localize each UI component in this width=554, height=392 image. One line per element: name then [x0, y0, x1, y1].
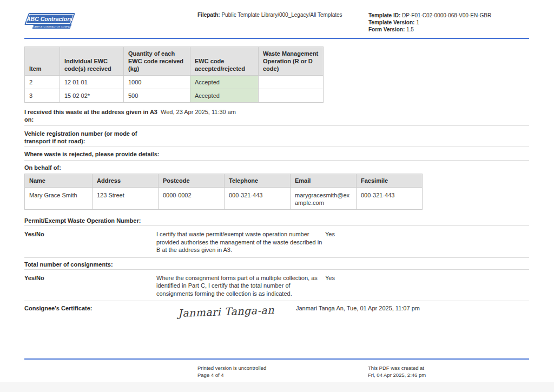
- logo-banner: ABC Contractors: [24, 13, 75, 25]
- template-version-label: Template Version:: [368, 19, 414, 25]
- consignments-heading: Total number of consignments:: [24, 258, 529, 270]
- contact-name: Mary Grace Smith: [25, 188, 93, 210]
- ewc-quantity: 1000: [124, 76, 190, 89]
- ewc-status: Accepted: [190, 89, 259, 103]
- contact-postcode: 0000-0002: [159, 188, 225, 210]
- rejected-label: Where waste is rejected, please provide …: [24, 150, 252, 158]
- contact-address: 123 Street: [93, 188, 159, 210]
- consignments-yesno-label: Yes/No: [24, 274, 156, 298]
- ewc-col-quantity: Quantity of each EWC code received (kg): [124, 47, 190, 76]
- template-id-label: Template ID:: [368, 12, 400, 18]
- footer-page-number: Page 4 of 4: [197, 371, 266, 378]
- contact-facsimile: 000-321-443: [357, 188, 423, 210]
- contact-col-telephone: Telephone: [225, 174, 291, 188]
- header-rule: [24, 38, 529, 39]
- contact-table: Name Address Postcode Telephone Email Fa…: [24, 174, 423, 210]
- consignments-answer: Yes: [325, 274, 335, 298]
- ewc-item: 2: [25, 76, 60, 89]
- template-id-value: DP-F01-C02-0000-068-V00-EN-GBR: [400, 12, 491, 18]
- permit-yesno-row: Yes/No I certify that waste permit/exemp…: [24, 226, 529, 258]
- ewc-col-status: EWC code accepted/rejected: [190, 47, 259, 76]
- footer-rule: [24, 358, 529, 360]
- form-version-line: Form Version: 1.5: [368, 26, 491, 33]
- table-row: Mary Grace Smith 123 Street 0000-0002 00…: [25, 188, 423, 210]
- template-id-line: Template ID: DP-F01-C02-0000-068-V00-EN-…: [368, 12, 491, 19]
- contact-header-row: Name Address Postcode Telephone Email Fa…: [25, 174, 423, 188]
- ewc-table: Item Individual EWC code(s) received Qua…: [24, 46, 324, 103]
- form-version-label: Form Version:: [368, 26, 405, 32]
- permit-heading: Permit/Exempt Waste Operation Number:: [24, 210, 529, 226]
- ewc-header-row: Item Individual EWC code(s) received Qua…: [25, 47, 324, 76]
- certificate-label: Consignee's Certificate:: [24, 304, 156, 317]
- contact-col-address: Address: [93, 174, 159, 188]
- contact-col-postcode: Postcode: [159, 174, 225, 188]
- ewc-code: 15 02 02*: [60, 89, 124, 103]
- logo-title: ABC Contractors: [27, 16, 72, 22]
- pdf-page: ABC Contractors EXAMPLE CONTRACTOR COMPA…: [0, 0, 554, 392]
- ewc-code: 12 01 01: [60, 76, 124, 89]
- contact-email: marygracesmith@example.com: [291, 188, 357, 210]
- received-label: I received this waste at the address giv…: [24, 108, 161, 123]
- vehicle-label: Vehicle registration number (or mode of …: [24, 130, 161, 145]
- template-version-line: Template Version: 1: [368, 19, 491, 26]
- ewc-col-operation: Waste Management Operation (R or D code): [259, 47, 324, 76]
- ewc-operation: [259, 89, 324, 103]
- consignments-statement: Where the consignment forms part of a mu…: [156, 274, 325, 298]
- contact-col-name: Name: [25, 174, 93, 188]
- contact-col-facsimile: Facsimile: [357, 174, 423, 188]
- template-version-value: 1: [414, 19, 419, 25]
- footer-created-label: This PDF was created at: [368, 364, 426, 371]
- contact-col-email: Email: [291, 174, 357, 188]
- filepath: Filepath: Public Template Library/000_Le…: [197, 12, 342, 18]
- table-row: 2 12 01 01 1000 Accepted: [25, 76, 324, 89]
- footer-right: This PDF was created at Fri, 04 Apr 2025…: [368, 364, 426, 378]
- filepath-label: Filepath:: [197, 12, 220, 18]
- ewc-item: 3: [25, 89, 60, 103]
- ewc-operation: [259, 76, 324, 89]
- received-value: Wed, 23 Apr 2025, 11:30 am: [161, 108, 236, 123]
- signature-area: Janmari Tanga-an: [156, 304, 296, 317]
- footer-left: Printed version is uncontrolled Page 4 o…: [197, 364, 266, 378]
- contact-telephone: 000-321-443: [225, 188, 291, 210]
- page-header: ABC Contractors EXAMPLE CONTRACTOR COMPA…: [24, 0, 529, 38]
- on-behalf-heading: On behalf of:: [24, 161, 529, 171]
- certificate-row: Consignee's Certificate: Janmari Tanga-a…: [24, 301, 529, 317]
- received-row: I received this waste at the address giv…: [24, 103, 529, 126]
- template-info: Template ID: DP-F01-C02-0000-068-V00-EN-…: [368, 12, 491, 33]
- ewc-col-item: Item: [25, 47, 60, 76]
- ewc-col-code: Individual EWC code(s) received: [60, 47, 124, 76]
- logo-subtitle: EXAMPLE CONTRACTOR COMPANY: [31, 25, 73, 28]
- form-version-value: 1.5: [405, 26, 414, 32]
- certificate-signed-by: Janmari Tanga An, Tue, 01 Apr 2025, 11:0…: [296, 304, 420, 317]
- permit-statement: I certify that waste permit/exempt waste…: [156, 230, 325, 254]
- consignments-yesno-row: Yes/No Where the consignment forms part …: [24, 270, 529, 302]
- ewc-quantity: 500: [124, 89, 190, 103]
- footer-created-value: Fri, 04 Apr 2025, 2:46 pm: [368, 371, 426, 378]
- filepath-value: Public Template Library/000_Legacy/All T…: [220, 12, 342, 18]
- vehicle-row: Vehicle registration number (or mode of …: [24, 126, 529, 147]
- table-row: 3 15 02 02* 500 Accepted: [25, 89, 324, 103]
- ewc-status: Accepted: [190, 76, 259, 89]
- permit-yesno-label: Yes/No: [24, 230, 156, 254]
- viewer-edge-strip: [0, 382, 554, 392]
- permit-answer: Yes: [325, 230, 335, 254]
- logo-sub-banner: EXAMPLE CONTRACTOR COMPANY: [32, 24, 72, 29]
- footer-uncontrolled: Printed version is uncontrolled: [197, 364, 266, 371]
- signature: Janmari Tanga-an: [178, 304, 275, 319]
- company-logo: ABC Contractors EXAMPLE CONTRACTOR COMPA…: [24, 13, 75, 30]
- rejected-row: Where waste is rejected, please provide …: [24, 147, 529, 161]
